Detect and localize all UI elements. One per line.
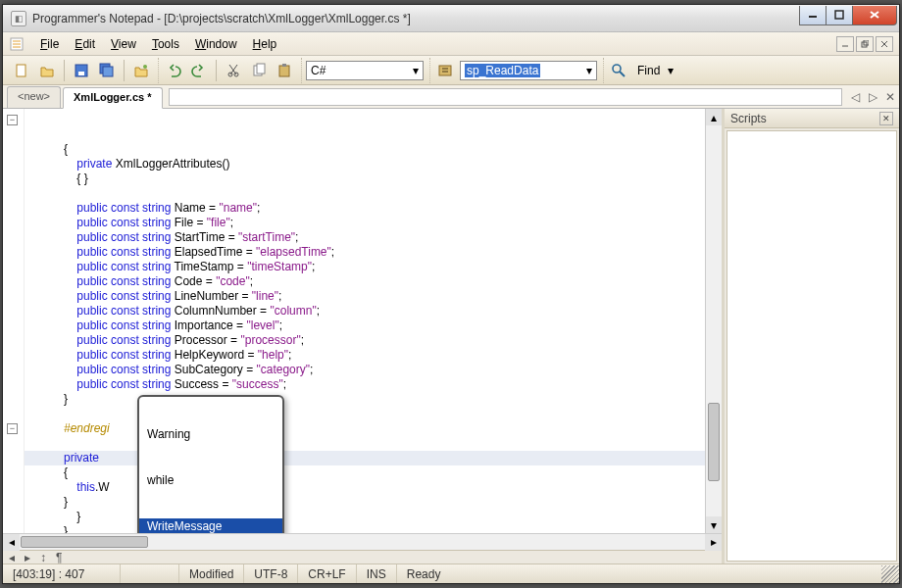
cut-button[interactable] <box>223 60 244 81</box>
scroll-left-button[interactable]: ◂ <box>3 534 20 551</box>
maximize-button[interactable] <box>826 6 853 25</box>
resize-grip[interactable] <box>881 565 899 583</box>
fold-toggle[interactable]: − <box>7 423 18 434</box>
svg-rect-10 <box>17 65 25 76</box>
autocomplete-popup[interactable]: Warning while WriteMessage <box>137 395 284 533</box>
save-all-button[interactable] <box>96 60 118 81</box>
scroll-down-button[interactable]: ▾ <box>706 516 722 533</box>
tab-close-button[interactable]: ✕ <box>883 90 897 104</box>
dropdown-arrow-icon: ▾ <box>586 64 592 77</box>
scroll-right-button[interactable]: ▸ <box>705 534 722 551</box>
autocomplete-item-selected[interactable]: WriteMessage <box>139 518 282 533</box>
menu-bar: File Edit View Tools Window Help <box>3 32 899 56</box>
status-insert-mode: INS <box>357 564 397 583</box>
svg-point-23 <box>613 65 621 73</box>
scripts-panel: Scripts ✕ <box>725 109 899 564</box>
panel-title: Scripts <box>730 112 767 125</box>
language-selector[interactable]: C# ▾ <box>306 61 424 80</box>
find-button-icon[interactable] <box>608 60 629 81</box>
panel-header: Scripts ✕ <box>725 109 899 128</box>
status-modified: Modified <box>179 564 244 583</box>
redo-button[interactable] <box>188 60 210 81</box>
tab-new[interactable]: <new> <box>7 86 61 108</box>
undo-button[interactable] <box>163 60 184 81</box>
vertical-scrollbar[interactable]: ▴ ▾ <box>705 109 722 533</box>
svg-rect-12 <box>78 72 84 75</box>
panel-body[interactable] <box>727 130 897 562</box>
menu-file[interactable]: File <box>32 34 67 54</box>
code-editor[interactable]: − − { private XmlLoggerAttributes() { } … <box>3 109 722 533</box>
menu-tools[interactable]: Tools <box>144 34 187 54</box>
tab-prev-button[interactable]: ◁ <box>848 90 862 104</box>
editor-pane: − − { private XmlLoggerAttributes() { } … <box>3 109 725 564</box>
menu-view[interactable]: View <box>103 34 144 54</box>
svg-rect-22 <box>439 66 451 75</box>
status-encoding: UTF-8 <box>244 564 298 583</box>
mdi-close-button[interactable] <box>876 36 893 52</box>
svg-rect-1 <box>835 11 843 19</box>
window-buttons <box>800 6 897 25</box>
status-eol: CR+LF <box>298 564 356 583</box>
pilcrow-icon[interactable]: ¶ <box>56 551 62 564</box>
fold-gutter[interactable]: − − <box>3 109 25 533</box>
scroll-up-button[interactable]: ▴ <box>706 109 722 125</box>
nav-fwd-icon[interactable]: ▸ <box>25 551 30 564</box>
svg-line-24 <box>620 72 625 76</box>
tab-xmllogger[interactable]: XmlLogger.cs * <box>63 87 162 109</box>
new-file-button[interactable] <box>11 60 32 81</box>
autocomplete-item[interactable]: Warning <box>139 426 282 443</box>
language-value: C# <box>311 64 326 77</box>
title-bar: ◧ Programmer's Notepad - [D:\projects\sc… <box>3 5 899 32</box>
dropdown-arrow-icon[interactable]: ▾ <box>668 64 674 77</box>
panel-close-button[interactable]: ✕ <box>879 112 893 125</box>
scroll-thumb[interactable] <box>708 403 720 481</box>
svg-point-15 <box>143 65 147 69</box>
status-ready: Ready <box>397 564 881 583</box>
open-file-button[interactable] <box>36 60 58 81</box>
menu-edit[interactable]: Edit <box>67 34 103 54</box>
scroll-thumb[interactable] <box>21 536 148 548</box>
fold-toggle[interactable]: − <box>7 115 18 125</box>
nav-back-icon[interactable]: ◂ <box>9 551 15 564</box>
main-area: − − { private XmlLoggerAttributes() { } … <box>3 109 899 564</box>
code-area[interactable]: { private XmlLoggerAttributes() { } publ… <box>25 109 705 533</box>
dropdown-arrow-icon: ▾ <box>413 64 419 77</box>
window-title: Programmer's Notepad - [D:\projects\scra… <box>32 12 411 25</box>
svg-rect-21 <box>282 64 286 67</box>
open-project-button[interactable] <box>130 60 152 81</box>
status-position: [403:19] : 407 <box>3 564 121 583</box>
toolbar: C# ▾ sp_ReadData ▾ Find ▾ <box>3 56 899 85</box>
minimize-button[interactable] <box>799 6 827 25</box>
save-button[interactable] <box>71 60 92 81</box>
svg-rect-20 <box>279 66 289 76</box>
split-icon[interactable]: ↕ <box>40 551 46 564</box>
document-tabs: <new> XmlLogger.cs * ◁ ▷ ✕ <box>3 85 899 109</box>
menu-window[interactable]: Window <box>187 34 245 54</box>
menu-help[interactable]: Help <box>245 34 285 54</box>
function-selector[interactable]: sp_ReadData ▾ <box>460 61 597 80</box>
find-label[interactable]: Find <box>633 64 664 77</box>
mdi-restore-button[interactable] <box>856 36 874 52</box>
horizontal-scrollbar[interactable]: ◂ ▸ <box>3 533 722 550</box>
app-window: ◧ Programmer's Notepad - [D:\projects\sc… <box>2 4 900 584</box>
status-bar: [403:19] : 407 Modified UTF-8 CR+LF INS … <box>3 564 899 583</box>
copy-button[interactable] <box>248 60 270 81</box>
autocomplete-item[interactable]: while <box>139 472 282 489</box>
svg-rect-14 <box>103 67 113 76</box>
paste-button[interactable] <box>274 60 295 81</box>
jump-input[interactable] <box>169 88 842 106</box>
svg-rect-19 <box>257 64 265 74</box>
app-icon: ◧ <box>11 11 26 26</box>
mdi-minimize-button[interactable] <box>836 36 854 52</box>
editor-mini-toolbar: ◂ ▸ ↕ ¶ <box>3 550 722 564</box>
app-menu-icon <box>9 36 25 52</box>
close-button[interactable] <box>852 6 897 25</box>
tab-next-button[interactable]: ▷ <box>866 90 879 104</box>
function-jump-button[interactable] <box>434 60 456 81</box>
function-value: sp_ReadData <box>465 64 540 77</box>
